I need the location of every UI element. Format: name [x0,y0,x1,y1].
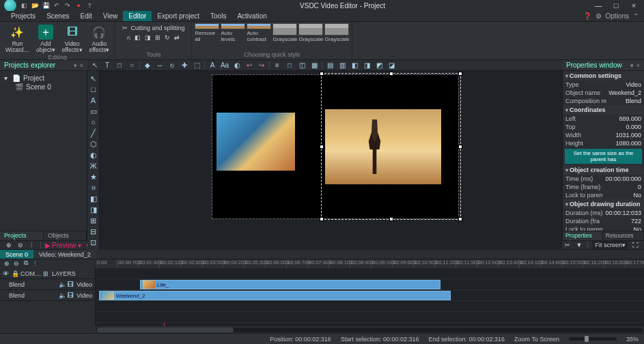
fit-screen-dropdown[interactable]: Fit screen ▾ [592,241,628,249]
prop-name-value[interactable]: Weekend_2 [608,89,641,96]
tl-dup-icon[interactable]: ⧉ [22,259,29,267]
lock-icon[interactable]: 🔒 [12,270,18,277]
tl-add-icon[interactable]: ⊕ [3,259,10,267]
editor-tool-23[interactable]: ◪ [387,61,396,70]
tool-icon-2[interactable]: ◧ [135,34,141,41]
timeline-clip-weekend[interactable]: Weekend_2 [99,291,451,300]
left-tool-5[interactable]: ╱ [89,128,98,138]
prop-left-value[interactable]: 889.000 [619,115,641,122]
stage[interactable] [212,75,458,218]
timeline-ruler[interactable]: 0:0000:00:70000:01:40000:02:10000:02:800… [96,259,644,268]
video-clip-2[interactable] [325,109,441,184]
prop-height-value[interactable]: 1080.000 [615,140,641,147]
tab-properties-window[interactable]: Properties win… [563,231,603,240]
video-canvas[interactable] [100,71,562,250]
minimize-button[interactable]: — [592,1,604,10]
panel-close-icon[interactable]: × [636,62,640,69]
qa-save-icon[interactable]: 💾 [42,2,49,9]
tl-remove-icon[interactable]: ⊖ [12,259,20,267]
qa-record-icon[interactable]: ● [75,2,82,9]
section-drawing-duration[interactable]: Object drawing duration [563,199,644,209]
panel-close-icon[interactable]: × [80,62,83,69]
maximize-button[interactable]: □ [610,1,622,10]
prop-time-value[interactable]: 00:00:00:000 [605,175,641,182]
left-tool-6[interactable]: ⬡ [89,139,98,149]
left-tool-4[interactable]: ○ [89,117,98,127]
style-auto-levels[interactable]: Auto levels [221,23,245,42]
style-grayscale-3[interactable]: Grayscale [324,23,349,42]
qa-help-icon[interactable]: ? [86,2,93,9]
editor-tool-6[interactable]: ⎋ [167,61,177,70]
editor-tool-9[interactable]: A [208,61,217,70]
editor-tool-2[interactable]: □ [115,61,124,70]
menu-activation[interactable]: Activation [232,11,272,21]
left-tool-7[interactable]: ◐ [89,150,98,160]
video-effects-button[interactable]: 🎞Video effects▾ [59,23,85,54]
editor-tool-11[interactable]: ◐ [232,61,242,70]
editor-tool-14[interactable]: ≡ [272,61,282,70]
menu-view[interactable]: View [98,11,124,21]
menu-edit[interactable]: Edit [74,11,97,21]
tab-resources-window[interactable]: Resources win… [603,231,644,240]
resize-handle[interactable] [458,72,462,76]
set-parent-size-button[interactable]: Set the same size as the parent has [565,149,642,164]
split-icon[interactable]: ✂ [563,241,572,249]
scene-tab-video[interactable]: Video: Weekend_2 [33,250,96,259]
tool-icon-4[interactable]: ⊞ [155,34,160,41]
add-track-icon[interactable]: ⊕ [4,241,13,249]
editor-tool-13[interactable]: ↪ [257,61,266,70]
style-remove-all[interactable]: Remove all [195,23,219,42]
scrollbar-track[interactable] [97,328,643,332]
editor-tool-3[interactable]: ○ [127,61,137,70]
left-tool-0[interactable]: ↖ [89,74,98,83]
editor-tool-1[interactable]: T [102,61,112,70]
tree-scene-item[interactable]: 🎬 Scene 0 [3,83,84,91]
prop-width-value[interactable]: 1031.000 [615,132,641,139]
fullscreen-icon[interactable]: ⛶ [631,241,640,249]
section-creation-time[interactable]: Object creation time [563,165,644,175]
track-header-master[interactable]: 👁 🔒 COM… ⊞ LAYERS [0,268,95,279]
tool-icon-5[interactable]: ↻ [165,34,170,41]
left-tool-14[interactable]: ⊟ [89,227,98,236]
prop-lock2-value[interactable]: No [633,226,641,231]
menu-export[interactable]: Export project [152,11,205,21]
editor-tool-19[interactable]: ▥ [337,61,347,70]
resize-handle[interactable] [458,217,462,221]
timeline-clip-life[interactable]: Life_ [140,280,440,289]
style-grayscale-2[interactable]: Grayscale [298,23,323,42]
menu-tools[interactable]: Tools [205,11,232,21]
left-tool-1[interactable]: □ [89,85,98,94]
resize-handle[interactable] [458,145,462,149]
close-button[interactable]: × [628,1,640,10]
prop-frame-value[interactable]: 0 [638,184,641,190]
menu-editor[interactable]: Editor [123,11,152,21]
tool-icon-1[interactable]: ⎌ [127,34,130,41]
qa-undo-icon[interactable]: ↶ [53,2,60,9]
qa-open-icon[interactable]: 📂 [31,2,38,9]
editor-tool-18[interactable]: ▤ [325,61,335,70]
zoom-slider[interactable] [569,337,617,341]
panel-menu-icon[interactable]: ▾ [630,62,634,69]
editor-tool-15[interactable]: □ [285,61,294,70]
track-header-2[interactable]: Blend 🔈 🎞 Video [0,290,95,301]
mute-icon[interactable]: 🔈 [59,281,66,288]
style-grayscale-1[interactable]: Grayscale [272,23,297,42]
left-tool-15[interactable]: ⊡ [89,238,98,247]
prop-top-value[interactable]: 0.000 [626,124,641,130]
prop-duration-ms-value[interactable]: 00:00:12:033 [605,210,641,216]
scene-tab-0[interactable]: Scene 0 [0,250,33,259]
editor-tool-20[interactable]: ◧ [350,61,359,70]
prop-composition-value[interactable]: Blend [626,98,641,104]
help-icon[interactable]: ❓ [583,12,591,20]
editor-tool-0[interactable]: ↖ [90,61,100,70]
editor-tool-16[interactable]: ◫ [297,61,307,70]
section-coordinates[interactable]: Coordinates [563,105,644,115]
expand-ribbon-icon[interactable]: ⌃ [633,12,639,20]
run-wizard-button[interactable]: ✨Run Wizard… [3,23,32,54]
editor-tool-4[interactable]: ◆ [143,61,152,70]
editor-tool-7[interactable]: ✚ [180,61,189,70]
options-gear-icon[interactable]: ⚙ [596,12,602,20]
prop-duration-frame-value[interactable]: 722 [631,218,641,225]
expand-icon[interactable]: ⊞ [43,270,50,277]
left-tool-13[interactable]: ⊞ [89,216,98,225]
